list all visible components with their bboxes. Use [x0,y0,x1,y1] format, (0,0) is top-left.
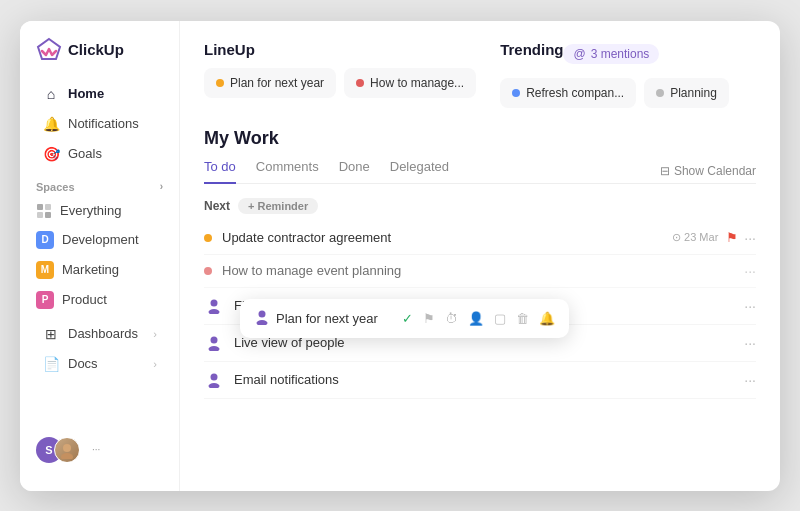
svg-point-5 [63,444,71,452]
refresh-dot [512,89,520,97]
task-more-button[interactable]: ··· [744,230,756,246]
tab-delegated[interactable]: Delegated [390,159,449,184]
sidebar-item-home[interactable]: ⌂ Home [26,79,173,109]
svg-point-14 [257,320,268,325]
tabs-row: To do Comments Done Delegated ⊟ Show Cal… [204,159,756,184]
mentions-badge[interactable]: @ 3 mentions [563,44,659,64]
task-row: Update contractor agreement ⊙ 23 Mar ⚑ ·… [204,222,756,255]
sidebar-item-goals[interactable]: 🎯 Goals [26,139,173,169]
task-name[interactable]: Update contractor agreement [222,230,672,245]
home-icon: ⌂ [42,86,60,102]
svg-point-12 [209,383,220,388]
dashboards-chevron-icon: › [153,328,157,340]
at-icon: @ [573,47,585,61]
sidebar-item-everything[interactable]: Everything [20,197,179,225]
bottom-nav: ⊞ Dashboards › 📄 Docs › [20,319,179,379]
marketing-dot: M [36,261,54,279]
task-date: ⊙ 23 Mar [672,231,718,244]
sidebar: ClickUp ⌂ Home 🔔 Notifications 🎯 Goals S… [20,21,180,491]
tooltip-popup: Plan for next year ✓ ⚑ ⏱ 👤 ▢ 🗑 🔔 [240,299,569,338]
task-name[interactable]: Email notifications [234,372,744,387]
trending-section: Trending @ 3 mentions Refresh compan... … [500,41,756,108]
lineup-card-plan[interactable]: Plan for next year [204,68,336,98]
logo: ClickUp [20,37,179,79]
sidebar-item-notifications[interactable]: 🔔 Notifications [26,109,173,139]
docs-icon: 📄 [42,356,60,372]
dashboards-icon: ⊞ [42,326,60,342]
tooltip-trash-icon[interactable]: 🗑 [516,311,529,326]
svg-point-6 [61,453,73,459]
trending-cards: Refresh compan... Planning [500,78,756,108]
task-flag-icon: ⚑ [726,230,738,245]
plan-dot [216,79,224,87]
svg-point-13 [259,310,266,317]
avatar-photo [54,437,80,463]
tab-comments[interactable]: Comments [256,159,319,184]
lineup-title: LineUp [204,41,476,58]
sidebar-footer: S ··· [20,425,179,475]
svg-point-7 [211,299,218,306]
lineup-cards: Plan for next year How to manage... [204,68,476,98]
my-work-section: My Work To do Comments Done Delegated ⊟ … [204,128,756,399]
tooltip-task-name: Plan for next year [276,311,378,326]
task-color-dot [204,234,212,242]
reminder-badge[interactable]: + Reminder [238,198,318,214]
tooltip-clock-icon[interactable]: ⏱ [445,311,458,326]
tooltip-flag-icon[interactable]: ⚑ [423,311,435,326]
svg-point-8 [209,309,220,314]
tooltip-box-icon[interactable]: ▢ [494,311,506,326]
tooltip-user-icon[interactable]: 👤 [468,311,484,326]
planning-dot [656,89,664,97]
next-label: Next + Reminder [204,198,756,214]
task-more-button[interactable]: ··· [744,298,756,314]
development-dot: D [36,231,54,249]
main-content: LineUp Plan for next year How to manage.… [180,21,780,491]
tooltip-actions: ✓ ⚑ ⏱ 👤 ▢ 🗑 🔔 [402,311,555,326]
task-color-dot [204,267,212,275]
user-menu-dots: ··· [92,444,100,455]
sidebar-item-marketing[interactable]: M Marketing [20,255,179,285]
lineup-section: LineUp Plan for next year How to manage.… [204,41,476,108]
task-assignee-icon [204,370,224,390]
everything-icon [36,203,52,219]
task-more-button[interactable]: ··· [744,372,756,388]
manage-dot [356,79,364,87]
show-calendar-button[interactable]: ⊟ Show Calendar [660,164,756,178]
docs-chevron-icon: › [153,358,157,370]
svg-point-11 [211,373,218,380]
spaces-chevron-icon[interactable]: › [160,181,163,192]
task-more-button[interactable]: ··· [744,335,756,351]
spaces-section-label: Spaces › [20,169,179,197]
calendar-icon: ⊟ [660,164,670,178]
tooltip-bell-icon[interactable]: 🔔 [539,311,555,326]
product-dot: P [36,291,54,309]
task-assignee-icon [204,296,224,316]
task-row: How to manage event planning ··· [204,255,756,288]
goals-icon: 🎯 [42,146,60,162]
sidebar-item-docs[interactable]: 📄 Docs › [26,349,173,379]
lineup-card-manage[interactable]: How to manage... [344,68,476,98]
tooltip-task-icon [254,309,270,328]
task-name[interactable]: How to manage event planning [222,263,744,278]
sidebar-item-development[interactable]: D Development [20,225,179,255]
app-window: ClickUp ⌂ Home 🔔 Notifications 🎯 Goals S… [20,21,780,491]
tab-done[interactable]: Done [339,159,370,184]
task-row: Email notifications ··· [204,362,756,399]
svg-rect-3 [37,212,43,218]
tooltip-check-icon[interactable]: ✓ [402,311,413,326]
trending-card-planning[interactable]: Planning [644,78,729,108]
svg-point-9 [211,336,218,343]
svg-rect-4 [45,212,51,218]
svg-point-10 [209,346,220,351]
trending-card-refresh[interactable]: Refresh compan... [500,78,636,108]
top-row: LineUp Plan for next year How to manage.… [204,41,756,108]
tab-todo[interactable]: To do [204,159,236,184]
trending-title: Trending [500,41,563,58]
task-assignee-icon [204,333,224,353]
task-more-button[interactable]: ··· [744,263,756,279]
avatar-group: S [36,437,80,463]
sidebar-item-dashboards[interactable]: ⊞ Dashboards › [26,319,173,349]
logo-icon [36,37,62,63]
svg-rect-1 [37,204,43,210]
sidebar-item-product[interactable]: P Product [20,285,179,315]
